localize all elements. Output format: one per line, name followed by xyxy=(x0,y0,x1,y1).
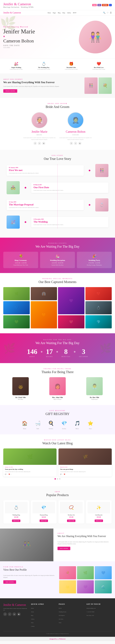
profile-img-5[interactable]: 🌊 xyxy=(95,580,112,594)
product-cart-btn-2[interactable]: Add to Cart xyxy=(67,520,75,522)
gallery-item-6[interactable]: 💍 xyxy=(85,301,112,314)
groom-ig-icon[interactable]: in xyxy=(78,142,81,145)
profile-img-4[interactable]: 💜 xyxy=(77,580,94,594)
gallery-item-0[interactable]: 🌿 xyxy=(3,287,30,300)
gallery-item-5[interactable]: 🧡 xyxy=(31,301,57,328)
timeline-connector-2 xyxy=(87,204,92,206)
gift-item-3[interactable]: 💎 Jewelry xyxy=(59,419,69,430)
timeline-connector-0 xyxy=(87,170,92,171)
footer-link-shop[interactable]: Shop xyxy=(31,622,33,623)
event-icon-0: 💐 xyxy=(5,254,37,258)
gift-item-4[interactable]: 🎵 Music xyxy=(72,419,82,430)
footer-phone[interactable]: +1 234 567 8900 xyxy=(86,611,94,612)
footer-link-story[interactable]: Our Story xyxy=(59,618,63,620)
product-card-2: 📿 Necklace Set $35.00 Add to Cart xyxy=(58,500,84,524)
footer-yt-btn[interactable]: ▶ xyxy=(17,612,21,616)
profile-img-0[interactable]: 💐 xyxy=(59,566,76,579)
gift-label-2: Kitchen xyxy=(46,428,56,430)
groom-tw-icon[interactable]: t xyxy=(74,142,77,145)
footer-link-rsvp[interactable]: RSVP xyxy=(59,608,62,609)
gallery-item-9[interactable]: 💎 xyxy=(85,315,112,328)
footer-bottom: © 2022 Jenifer & Cameron. All Rights Res… xyxy=(3,631,112,634)
product-price-2: $35.00 xyxy=(60,516,83,518)
gallery-item-7[interactable]: 💚 xyxy=(3,315,30,328)
product-cart-btn-0[interactable]: Add to Cart xyxy=(12,520,20,522)
footer-link-events[interactable]: Wedding Events xyxy=(59,611,66,612)
profile-img-3[interactable]: 🌟 xyxy=(59,580,76,594)
footer-col-contact: Get in Touch info@wedding.com +1 234 567… xyxy=(86,603,112,628)
pagination-dot-1[interactable] xyxy=(57,478,58,480)
countdown-row: 146 Days • 17 Hours • 8 Minutes • 3 Seco… xyxy=(3,348,112,358)
groom-fb-icon[interactable]: f xyxy=(70,142,73,145)
gift-item-5[interactable]: ⭐ Store xyxy=(85,419,95,430)
event-title-0: Ring Ceremony xyxy=(5,259,37,261)
footer-link-blog[interactable]: Blog xyxy=(31,615,33,616)
sharing-read-more-btn[interactable]: Read More xyxy=(3,89,17,93)
product-cart-btn-1[interactable]: Add to Cart xyxy=(40,520,48,522)
nav-rsvp[interactable]: RSVP xyxy=(73,11,76,15)
nav-gallery[interactable]: Gallery xyxy=(67,11,71,15)
hero-section: 🌿 We Are Getting Married Jenifer Marie ♥… xyxy=(0,16,115,58)
gallery-item-4[interactable]: 💙 xyxy=(3,301,30,314)
split-section: 👫 About We Are Sharing Everything With Y… xyxy=(0,528,115,561)
team-photo-0: 👨 xyxy=(12,377,29,395)
footer-link-home[interactable]: Home xyxy=(31,608,34,609)
pagination-dot-0[interactable] xyxy=(55,478,56,480)
profile-img-1[interactable]: 🌿 xyxy=(77,566,94,579)
gallery-item-2[interactable]: 💜 xyxy=(58,287,84,314)
hero-save-date: Save The Date xyxy=(3,44,79,46)
bride-tw-icon[interactable]: t xyxy=(38,142,41,145)
footer-link-contact[interactable]: Contact xyxy=(31,626,35,627)
split-see-more-btn[interactable]: See More xyxy=(58,547,70,550)
heart-icon[interactable]: ♡ xyxy=(107,12,108,14)
search-icon[interactable]: 🔍 xyxy=(103,12,105,14)
footer-link-team[interactable]: Team xyxy=(59,622,61,623)
gift-music-icon: 🎵 xyxy=(74,420,80,426)
gallery-item-3[interactable]: ❤️ xyxy=(85,287,112,300)
nav-pages[interactable]: Pages xyxy=(53,11,56,15)
gallery-item-1[interactable]: 👔 xyxy=(31,287,57,300)
timeline-title-3: The Wedding xyxy=(34,220,106,223)
header-left: Jenifer & Cameron Marriage Invitation · … xyxy=(3,2,34,8)
event-icon-2: 🎉 xyxy=(78,254,110,258)
blog-image-1[interactable]: 🌾 xyxy=(58,448,112,465)
team-title: Thanks For Being There xyxy=(3,370,112,374)
countdown-hours-number: 17 xyxy=(46,348,53,355)
hero-name2: Cameron Bolton xyxy=(3,38,79,44)
blog-grid: 🌿 January 12, 2022 Some great day tips w… xyxy=(3,448,112,476)
nav-shop[interactable]: Shop xyxy=(62,11,65,15)
gift-item-1[interactable]: 🛁 Bath xyxy=(33,419,43,430)
nav-logo[interactable]: Jenifer & Cameron xyxy=(3,10,21,16)
footer-email[interactable]: info@wedding.com xyxy=(86,608,96,609)
footer-link-gifts[interactable]: Gift Registry xyxy=(59,615,65,616)
hero-left: We Are Getting Married Jenifer Marie ♥ C… xyxy=(3,26,79,48)
blog-image-0[interactable]: 🌿 xyxy=(3,448,57,465)
menu-icon[interactable]: ☰ xyxy=(110,12,112,14)
timeline-title-1: Our First Date xyxy=(34,186,106,189)
footer-link-gallery[interactable]: Gallery xyxy=(31,618,35,620)
bride-ig-icon[interactable]: in xyxy=(42,142,45,145)
pagination-dot-2[interactable] xyxy=(59,478,60,480)
footer-address[interactable]: New York, USA xyxy=(86,615,94,616)
footer-ig-btn[interactable]: in xyxy=(13,612,16,616)
product-cart-btn-3[interactable]: Add to Cart xyxy=(95,520,103,522)
nav-blog[interactable]: Blog xyxy=(58,11,60,15)
footer-link-about[interactable]: About xyxy=(31,611,34,612)
event-card-1: 💒 Wedding Reception 02:00 PM - 06:00 PM … xyxy=(40,252,75,268)
footer-tw-btn[interactable]: t xyxy=(8,612,12,616)
gift-item-2[interactable]: 🍳 Kitchen xyxy=(46,419,56,430)
footer-fb-btn[interactable]: f xyxy=(3,612,7,616)
bride-desc: Lorem ipsum dolor sit amet consectetur a… xyxy=(23,137,56,140)
bride-fb-icon[interactable]: f xyxy=(34,142,37,145)
event-time-2: 07:00 PM - 11:00 PM xyxy=(78,262,110,264)
timeline-image-1: 💑 xyxy=(7,181,20,194)
product-price-3: $55.00 xyxy=(87,516,110,518)
profile-img-2[interactable]: 💙 xyxy=(95,566,112,579)
nav-home[interactable]: Home xyxy=(48,11,51,15)
blog-date-0: January 12, 2022 xyxy=(5,466,55,468)
gift-store-icon: ⭐ xyxy=(87,420,93,426)
gallery-title: Our Best Captured Moments xyxy=(3,280,112,284)
gift-item-0[interactable]: 🏠 Home xyxy=(20,419,30,430)
gallery-item-8[interactable]: 💖 xyxy=(58,315,84,328)
profile-see-more-btn[interactable]: See More xyxy=(3,580,16,584)
